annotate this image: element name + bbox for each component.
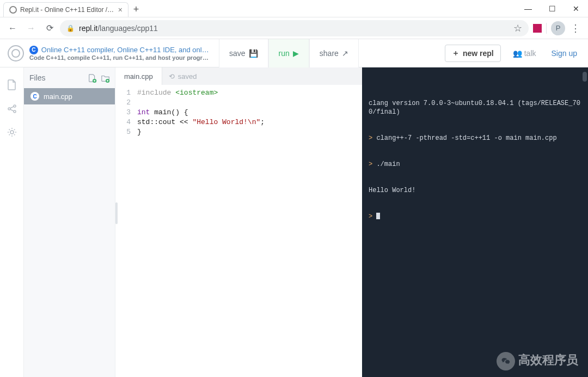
new-folder-icon[interactable]: [101, 73, 109, 82]
terminal-line: ./main: [376, 160, 400, 168]
back-button[interactable]: ←: [4, 20, 21, 36]
token-text: main() {: [150, 108, 188, 116]
new-tab-button[interactable]: +: [128, 2, 144, 17]
files-panel: Files C main.cpp: [24, 67, 115, 377]
editor-tabbar: main.cpp ⟲ saved: [115, 67, 362, 85]
scrollbar-thumb[interactable]: [583, 72, 587, 82]
run-label: run: [279, 49, 290, 58]
token-directive: #include: [137, 89, 171, 97]
new-repl-button[interactable]: ＋ new repl: [445, 45, 501, 62]
forward-button[interactable]: →: [23, 20, 39, 36]
address-bar: ← → ⟳ 🔒 repl.it/languages/cpp11 ☆ P ⋮: [0, 17, 588, 39]
terminal-line: clang version 7.0.0-3~ubuntu0.18.04.1 (t…: [369, 100, 580, 116]
plus-icon: ＋: [452, 48, 460, 58]
new-file-icon[interactable]: [88, 73, 96, 82]
share-button[interactable]: share ↗: [309, 39, 359, 67]
reload-button[interactable]: ⟳: [41, 20, 58, 36]
prompt-icon: >: [369, 213, 376, 220]
window-titlebar: Repl.it - Online C++11 Editor / … × + — …: [0, 0, 588, 17]
code-editor[interactable]: 1 2 3 4 5 #include <iostream> int main()…: [115, 85, 362, 377]
people-icon: 👥: [513, 49, 522, 58]
tab-title: Repl.it - Online C++11 Editor / …: [20, 6, 115, 14]
splitter-handle[interactable]: [115, 202, 118, 224]
avatar-letter: P: [556, 24, 561, 32]
language-c-icon: C: [29, 46, 38, 54]
url-text: repl.it/languages/cpp11: [79, 24, 509, 33]
lock-icon: 🔒: [66, 24, 75, 32]
extensions-area: P ⋮: [533, 20, 584, 36]
replit-logo-icon[interactable]: [8, 45, 24, 61]
share-label: share: [320, 49, 339, 58]
editor-panel: main.cpp ⟲ saved 1 2 3 4 5 #include <ios…: [115, 67, 362, 377]
main-area: Files C main.cpp main.cpp ⟲ saved: [0, 67, 588, 377]
svg-point-0: [8, 108, 10, 110]
line-number: 1: [115, 88, 131, 98]
share-graph-icon[interactable]: [7, 104, 17, 116]
terminal-line: Hello World!: [369, 187, 415, 194]
svg-point-2: [14, 110, 16, 113]
play-icon: ▶: [293, 49, 299, 58]
line-number: 3: [115, 108, 131, 118]
files-label: Files: [29, 73, 83, 82]
files-header: Files: [24, 67, 115, 88]
extension-icon[interactable]: [533, 24, 542, 33]
share-icon: ↗: [342, 49, 348, 58]
toolbar: save 💾 run ▶ share ↗: [219, 39, 359, 67]
watermark-text: 高效程序员: [518, 357, 578, 366]
close-window-button[interactable]: ✕: [564, 0, 588, 17]
signup-label: Sign up: [552, 49, 577, 58]
save-button[interactable]: save 💾: [219, 39, 268, 67]
line-number: 4: [115, 118, 131, 127]
token-text: ;: [260, 118, 265, 126]
url-host: repl.it: [79, 24, 97, 33]
code-content: #include <iostream> int main() { std::co…: [135, 85, 265, 377]
favicon: [9, 6, 17, 14]
cpp-file-icon: C: [30, 92, 39, 101]
wechat-icon: [497, 352, 515, 370]
close-tab-icon[interactable]: ×: [118, 5, 122, 14]
maximize-button[interactable]: ☐: [540, 0, 564, 17]
save-label: save: [229, 49, 246, 58]
prompt-icon: >: [369, 160, 376, 168]
token-text: std::cout <<: [137, 118, 192, 126]
terminal-output[interactable]: clang version 7.0.0-3~ubuntu0.18.04.1 (t…: [362, 67, 588, 377]
svg-point-1: [14, 105, 16, 107]
minimize-button[interactable]: —: [516, 0, 540, 17]
terminal-line: clang++-7 -pthread -std=c++11 -o main ma…: [376, 134, 556, 142]
terminal-cursor: [376, 213, 380, 219]
bookmark-star-icon[interactable]: ☆: [513, 22, 522, 34]
repl-header: C Online C++11 compiler, Online C++11 ID…: [0, 39, 588, 67]
window-controls: — ☐ ✕: [516, 0, 588, 17]
token-text: }: [137, 128, 142, 136]
run-button[interactable]: run ▶: [268, 39, 309, 67]
talk-label: talk: [524, 49, 536, 58]
file-name: main.cpp: [44, 92, 72, 101]
profile-avatar[interactable]: P: [551, 21, 565, 35]
editor-tab-main[interactable]: main.cpp: [115, 67, 162, 85]
page-title: Online C++11 compiler, Online C++11 IDE,…: [41, 46, 209, 54]
url-box[interactable]: 🔒 repl.it/languages/cpp11 ☆: [60, 20, 529, 36]
saved-indicator: ⟲ saved: [164, 67, 201, 85]
browser-menu-icon[interactable]: ⋮: [567, 20, 584, 36]
signup-link[interactable]: Sign up: [552, 49, 577, 58]
line-gutter: 1 2 3 4 5: [115, 85, 135, 377]
token-string: "Hello World!\n": [192, 118, 260, 126]
breadcrumb: C Online C++11 compiler, Online C++11 ID…: [29, 46, 209, 61]
svg-point-3: [10, 131, 14, 134]
token-keyword: int: [137, 108, 150, 116]
browser-tab[interactable]: Repl.it - Online C++11 Editor / … ×: [3, 2, 128, 17]
save-icon: 💾: [249, 49, 258, 58]
left-icon-rail: [0, 67, 24, 377]
file-icon[interactable]: [7, 79, 17, 93]
history-icon: ⟲: [169, 72, 175, 81]
page-subtitle: Code C++11, compile C++11, run C++11, an…: [29, 54, 209, 61]
new-repl-label: new repl: [463, 49, 494, 58]
line-number: 2: [115, 98, 131, 108]
gear-icon[interactable]: [7, 127, 17, 140]
talk-link[interactable]: 👥 talk: [513, 49, 536, 58]
line-number: 5: [115, 127, 131, 137]
editor-tab-label: main.cpp: [124, 72, 153, 81]
file-item-main-cpp[interactable]: C main.cpp: [24, 88, 115, 104]
url-path: /languages/cpp11: [97, 24, 158, 33]
watermark: 高效程序员: [497, 352, 578, 370]
